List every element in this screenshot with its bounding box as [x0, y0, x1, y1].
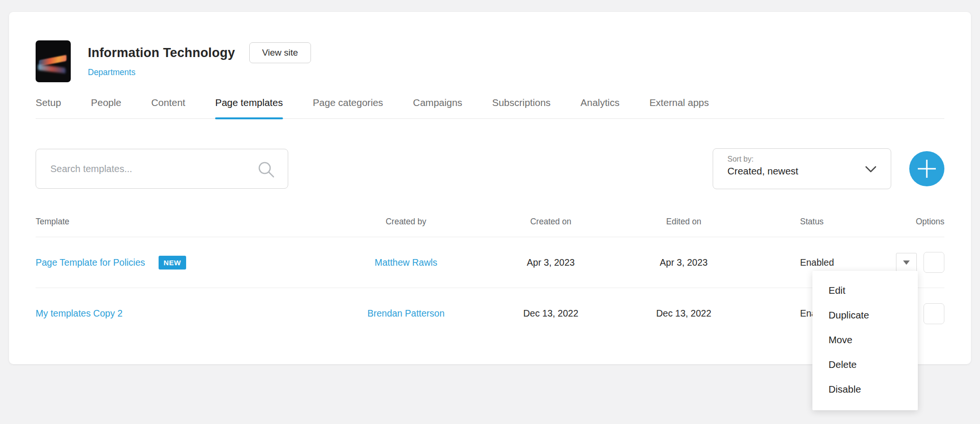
menu-item-disable[interactable]: Disable — [812, 377, 918, 402]
menu-item-delete[interactable]: Delete — [812, 352, 918, 377]
tab-subscriptions[interactable]: Subscriptions — [492, 97, 551, 118]
created-on-date: Apr 3, 2023 — [527, 257, 575, 268]
column-header-options: Options — [871, 217, 944, 227]
row-checkbox[interactable] — [923, 252, 944, 273]
templates-table: Template Created by Created on Edited on… — [36, 207, 944, 339]
creator-link[interactable]: Brendan Patterson — [368, 308, 445, 318]
breadcrumb-departments-link[interactable]: Departments — [88, 67, 135, 77]
options-context-menu: Edit Duplicate Move Delete Disable — [812, 271, 918, 410]
new-badge: NEW — [159, 256, 187, 270]
tab-campaigns[interactable]: Campaigns — [413, 97, 462, 118]
table-row: My templates Copy 2 Brendan Patterson De… — [36, 288, 944, 339]
template-link[interactable]: My templates Copy 2 — [36, 308, 122, 319]
site-header: Information Technology View site Departm… — [36, 40, 944, 82]
search-input[interactable] — [36, 149, 288, 189]
view-site-button[interactable]: View site — [249, 42, 311, 63]
chevron-down-icon — [865, 166, 876, 175]
tab-page-categories[interactable]: Page categories — [313, 97, 383, 118]
column-header-status: Status — [729, 217, 871, 227]
tab-external-apps[interactable]: External apps — [650, 97, 709, 118]
tab-page-templates[interactable]: Page templates — [215, 97, 283, 118]
column-header-created-on: Created on — [463, 217, 639, 227]
row-checkbox[interactable] — [923, 303, 944, 324]
edited-on-date: Apr 3, 2023 — [660, 257, 708, 268]
sort-label: Sort by: — [727, 155, 876, 164]
tab-analytics[interactable]: Analytics — [581, 97, 620, 118]
status-value: Enabled — [800, 257, 834, 268]
tab-setup[interactable]: Setup — [36, 97, 61, 118]
row-options-button[interactable] — [896, 253, 917, 272]
column-header-template: Template — [36, 217, 349, 227]
plus-icon — [916, 158, 938, 180]
column-header-created-by: Created by — [349, 217, 463, 227]
search-icon — [257, 160, 276, 181]
tab-content[interactable]: Content — [151, 97, 185, 118]
template-link[interactable]: Page Template for Policies — [36, 257, 145, 268]
sort-dropdown[interactable]: Sort by: Created, newest — [713, 148, 891, 189]
column-header-edited-on: Edited on — [639, 217, 729, 227]
tab-bar: Setup People Content Page templates Page… — [36, 97, 944, 119]
add-template-button[interactable] — [909, 151, 944, 186]
menu-item-edit[interactable]: Edit — [812, 278, 918, 303]
table-row: Page Template for Policies NEW Matthew R… — [36, 237, 944, 288]
toolbar: Sort by: Created, newest — [36, 148, 944, 189]
created-on-date: Dec 13, 2022 — [523, 308, 578, 318]
site-thumbnail — [36, 40, 71, 82]
caret-down-icon — [903, 260, 910, 265]
menu-item-move[interactable]: Move — [812, 328, 918, 352]
table-header-row: Template Created by Created on Edited on… — [36, 207, 944, 237]
tab-people[interactable]: People — [91, 97, 122, 118]
page-title: Information Technology — [88, 46, 235, 60]
creator-link[interactable]: Matthew Rawls — [375, 257, 437, 268]
sort-selected-value: Created, newest — [727, 165, 876, 177]
menu-item-duplicate[interactable]: Duplicate — [812, 303, 918, 328]
edited-on-date: Dec 13, 2022 — [656, 308, 711, 318]
